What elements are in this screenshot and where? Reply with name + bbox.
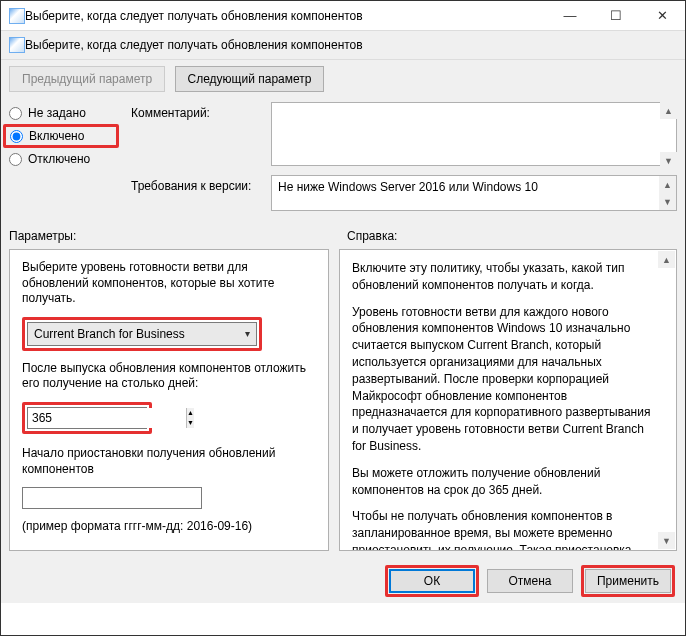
close-button[interactable]: ✕ <box>639 1 685 31</box>
radio-not-configured-input[interactable] <box>9 107 22 120</box>
help-panel: Включите эту политику, чтобы указать, ка… <box>339 249 677 551</box>
minimize-button[interactable]: — <box>547 1 593 31</box>
maximize-button[interactable]: ☐ <box>593 1 639 31</box>
help-p2: Уровень готовности ветви для каждого нов… <box>352 304 652 455</box>
defer-days-input[interactable] <box>28 408 186 428</box>
radio-not-configured-label: Не задано <box>28 106 86 120</box>
supported-row: Требования к версии: Не ниже Windows Ser… <box>131 175 677 211</box>
policy-icon <box>9 8 25 24</box>
radio-disabled-label: Отключено <box>28 152 90 166</box>
radio-not-configured[interactable]: Не задано <box>9 106 119 120</box>
defer-highlight: ▲ ▼ <box>22 402 152 434</box>
state-column: Не задано Включено Отключено <box>9 102 119 217</box>
spinner-buttons: ▲ ▼ <box>186 408 194 428</box>
prev-setting-button: Предыдущий параметр <box>9 66 165 92</box>
supported-box: Не ниже Windows Server 2016 или Windows … <box>271 175 677 211</box>
help-p1: Включите эту политику, чтобы указать, ка… <box>352 260 652 294</box>
radio-disabled-input[interactable] <box>9 153 22 166</box>
scroll-down-icon[interactable]: ▼ <box>658 532 675 549</box>
scroll-down-icon[interactable]: ▼ <box>660 152 677 169</box>
header-title: Выберите, когда следует получать обновле… <box>25 38 363 52</box>
spinner-up-icon[interactable]: ▲ <box>187 408 194 418</box>
help-label: Справка: <box>339 229 677 243</box>
nav-row: Предыдущий параметр Следующий параметр <box>1 60 685 98</box>
help-content: Включите эту политику, чтобы указать, ка… <box>352 260 664 540</box>
ok-highlight: ОК <box>385 565 479 597</box>
ok-button[interactable]: ОК <box>389 569 475 593</box>
pause-prompt: Начало приостановки получения обновлений… <box>22 446 316 477</box>
options-panel: Выберите уровень готовности ветви для об… <box>9 249 329 551</box>
apply-button[interactable]: Применить <box>585 569 671 593</box>
scroll-up-icon[interactable]: ▲ <box>659 176 676 193</box>
comment-input[interactable] <box>271 102 677 166</box>
options-label: Параметры: <box>9 229 339 243</box>
policy-icon <box>9 37 25 53</box>
scroll-up-icon[interactable]: ▲ <box>660 102 677 119</box>
help-p3: Вы можете отложить получение обновлений … <box>352 465 652 499</box>
footer: ОК Отмена Применить <box>1 559 685 603</box>
radio-enabled[interactable]: Включено <box>3 124 119 148</box>
branch-highlight: Current Branch for Business ▾ <box>22 317 262 351</box>
section-labels: Параметры: Справка: <box>1 225 685 245</box>
header: Выберите, когда следует получать обновле… <box>1 31 685 60</box>
top-grid: Не задано Включено Отключено Комментарий… <box>1 98 685 225</box>
supported-label: Требования к версии: <box>131 175 271 193</box>
fields-column: Комментарий: ▲ ▼ Требования к версии: Не… <box>119 102 677 217</box>
comment-row: Комментарий: ▲ ▼ <box>131 102 677 169</box>
scroll-down-icon[interactable]: ▼ <box>659 193 676 210</box>
branch-select-value: Current Branch for Business <box>34 327 185 341</box>
radio-enabled-input[interactable] <box>10 130 23 143</box>
radio-enabled-label: Включено <box>29 129 84 143</box>
next-setting-button[interactable]: Следующий параметр <box>175 66 325 92</box>
panels: Выберите уровень готовности ветви для об… <box>1 245 685 559</box>
apply-highlight: Применить <box>581 565 675 597</box>
window-title: Выберите, когда следует получать обновле… <box>25 9 547 23</box>
defer-prompt: После выпуска обновления компонентов отл… <box>22 361 316 392</box>
supported-value: Не ниже Windows Server 2016 или Windows … <box>278 180 538 194</box>
comment-label: Комментарий: <box>131 102 271 120</box>
window-controls: — ☐ ✕ <box>547 1 685 31</box>
defer-days-spinner[interactable]: ▲ ▼ <box>27 407 147 429</box>
cancel-button[interactable]: Отмена <box>487 569 573 593</box>
pause-hint: (пример формата гггг-мм-дд: 2016-09-16) <box>22 519 316 535</box>
branch-select[interactable]: Current Branch for Business ▾ <box>27 322 257 346</box>
scroll-up-icon[interactable]: ▲ <box>658 251 675 268</box>
spinner-down-icon[interactable]: ▼ <box>187 418 194 428</box>
help-p4: Чтобы не получать обновления компонентов… <box>352 508 652 551</box>
pause-date-input[interactable] <box>22 487 202 509</box>
radio-disabled[interactable]: Отключено <box>9 152 119 166</box>
branch-prompt: Выберите уровень готовности ветви для об… <box>22 260 316 307</box>
titlebar: Выберите, когда следует получать обновле… <box>1 1 685 31</box>
chevron-down-icon: ▾ <box>245 328 250 339</box>
